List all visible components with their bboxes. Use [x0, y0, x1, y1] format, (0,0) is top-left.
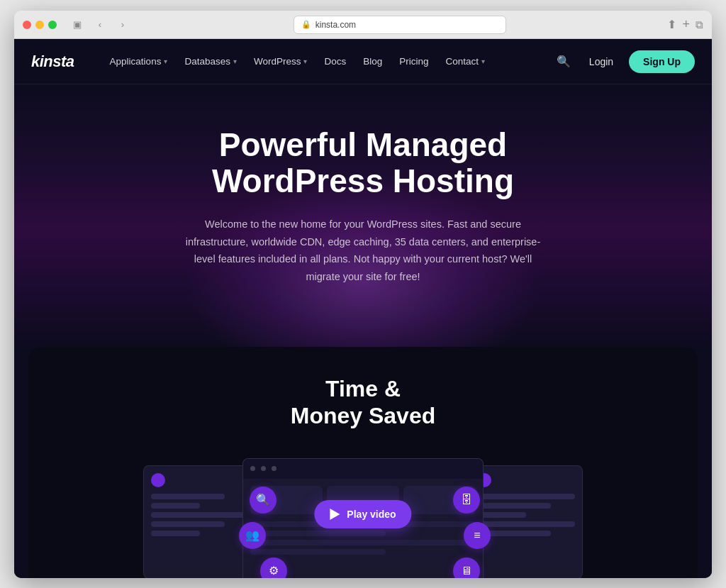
dash-header: [243, 459, 483, 479]
share-icon[interactable]: ⬆: [667, 18, 676, 31]
hero-subtitle: Welcome to the new home for your WordPre…: [179, 216, 547, 286]
lower-card: Time & Money Saved: [28, 347, 698, 578]
address-bar[interactable]: 🔒 kinsta.com: [294, 16, 506, 34]
nav-item-blog[interactable]: Blog: [356, 52, 389, 71]
panel-line: [151, 494, 225, 499]
sliders-float-icon: ≡: [464, 522, 491, 549]
lock-icon: 🔒: [301, 20, 311, 29]
play-button[interactable]: Play video: [314, 500, 411, 528]
search-float-icon: 🔍: [250, 487, 277, 514]
nav-item-pricing[interactable]: Pricing: [392, 52, 435, 71]
panel-line: [477, 521, 575, 527]
lower-title-line1: Time &: [325, 376, 401, 401]
nav-label-databases: Databases: [184, 56, 230, 67]
hero-title: Powerful Managed WordPress Hosting: [28, 127, 698, 199]
browser-actions: ⬆ + ⧉: [667, 17, 703, 32]
lower-section: Time & Money Saved: [14, 347, 712, 578]
nav-label-blog: Blog: [363, 56, 382, 67]
traffic-lights: [23, 21, 57, 29]
panel-line: [477, 494, 575, 499]
nav-label-docs: Docs: [324, 56, 346, 67]
chevron-down-icon: ▾: [164, 57, 167, 65]
dash-line: [250, 531, 386, 536]
nav-items: Applications ▾ Databases ▾ WordPress ▾ D…: [103, 52, 554, 71]
url-text: kinsta.com: [315, 20, 356, 30]
chevron-down-icon: ▾: [481, 57, 485, 65]
website-content: kinsta Applications ▾ Databases ▾ WordPr…: [14, 39, 712, 578]
chevron-down-icon: ▾: [303, 57, 307, 65]
video-area: Play video 🔍 👥 ⚙ 🗄 ≡ 🖥: [122, 451, 604, 578]
panel-line: [151, 512, 249, 518]
main-nav: kinsta Applications ▾ Databases ▾ WordPr…: [14, 39, 712, 84]
nav-item-wordpress[interactable]: WordPress ▾: [247, 52, 315, 71]
play-label: Play video: [347, 509, 396, 520]
panel-line: [477, 512, 526, 518]
hero-title-line2: WordPress Hosting: [212, 162, 514, 199]
nav-label-pricing: Pricing: [399, 56, 428, 67]
hero-section: Powerful Managed WordPress Hosting Welco…: [14, 84, 712, 347]
panel-line: [151, 503, 200, 509]
play-icon: [330, 509, 340, 520]
browser-titlebar: ▣ ‹ › 🔒 kinsta.com ⬆ + ⧉: [14, 11, 712, 39]
lower-title: Time & Money Saved: [291, 375, 436, 430]
nav-label-applications: Applications: [110, 56, 162, 67]
hero-title-line1: Powerful Managed: [219, 126, 507, 163]
nav-logo[interactable]: kinsta: [31, 52, 74, 71]
nav-right: 🔍 Login Sign Up: [554, 50, 695, 73]
sidebar-toggle-button[interactable]: ▣: [68, 17, 86, 33]
lower-title-line2: Money Saved: [291, 403, 436, 428]
forward-button[interactable]: ›: [113, 17, 132, 33]
nav-item-databases[interactable]: Databases ▾: [177, 52, 244, 71]
dash-line: [250, 540, 476, 545]
maximize-button[interactable]: [48, 21, 57, 29]
minimize-button[interactable]: [35, 21, 44, 29]
signup-button[interactable]: Sign Up: [629, 50, 695, 73]
tabs-icon[interactable]: ⧉: [696, 18, 703, 31]
browser-window: ▣ ‹ › 🔒 kinsta.com ⬆ + ⧉ kinsta Applicat…: [14, 11, 712, 578]
browser-controls: ▣ ‹ ›: [68, 17, 132, 33]
close-button[interactable]: [23, 21, 31, 29]
back-button[interactable]: ‹: [91, 17, 109, 33]
nav-item-contact[interactable]: Contact ▾: [439, 52, 493, 71]
users-float-icon: 👥: [239, 522, 266, 549]
login-button[interactable]: Login: [582, 52, 620, 72]
logo-text: kinsta: [31, 52, 74, 71]
address-bar-wrap: 🔒 kinsta.com: [138, 16, 661, 34]
dash-line: [250, 549, 386, 555]
side-panel-left: [143, 465, 257, 578]
new-tab-icon[interactable]: +: [682, 17, 690, 32]
chevron-down-icon: ▾: [233, 57, 237, 65]
panel-line: [151, 521, 225, 527]
panel-line: [477, 503, 551, 509]
nav-item-docs[interactable]: Docs: [317, 52, 353, 71]
database-float-icon: 🗄: [453, 487, 480, 514]
panel-line: [151, 531, 200, 536]
nav-label-wordpress: WordPress: [254, 56, 301, 67]
nav-item-applications[interactable]: Applications ▾: [103, 52, 175, 71]
nav-label-contact: Contact: [446, 56, 479, 67]
side-panel-right: [469, 465, 583, 578]
search-icon[interactable]: 🔍: [554, 52, 574, 71]
